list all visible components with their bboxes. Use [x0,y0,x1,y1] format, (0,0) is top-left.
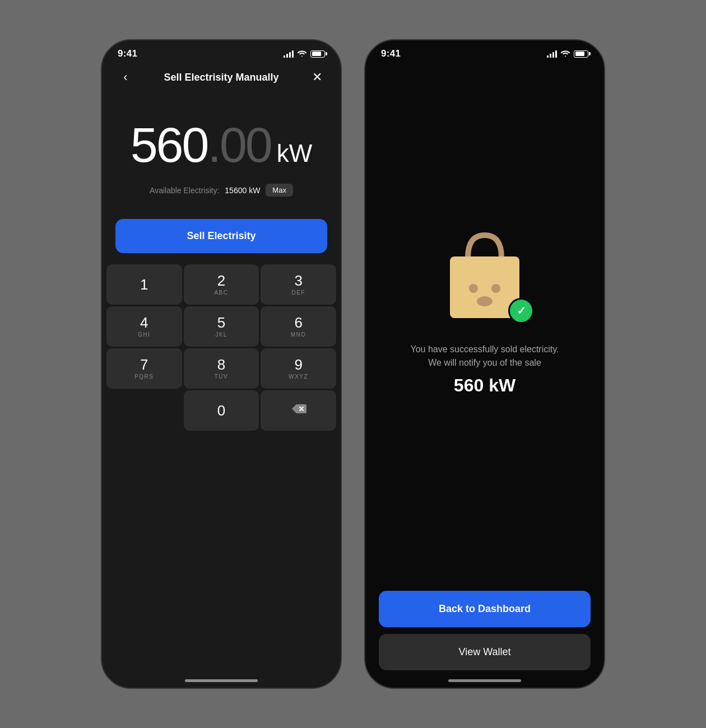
status-icons-2 [547,49,588,58]
key-2-number: 2 [217,273,225,288]
status-bar-2: 9:41 [365,40,604,63]
key-2[interactable]: 2 ABC [184,264,259,305]
key-5-letters: JKL [215,332,227,338]
status-time-1: 9:41 [118,48,137,59]
amount-unit: kW [277,139,313,167]
key-7-letters: PQRS [134,374,154,380]
back-to-dashboard-button[interactable]: Back to Dashboard [379,591,591,627]
battery-icon [310,50,325,58]
key-9-letters: WXYZ [289,374,308,380]
key-9[interactable]: 9 WXYZ [261,348,336,389]
key-3[interactable]: 3 DEF [261,264,336,305]
key-3-letters: DEF [291,290,305,296]
key-1-number: 1 [140,277,148,292]
backspace-icon [291,403,306,418]
keypad: 1 2 ABC 3 DEF 4 GHI 5 JKL 6 MNO 7 PQRS 8… [102,264,341,431]
amount-display: 560 .00 kW [131,116,313,174]
key-0[interactable]: 0 [184,390,259,431]
success-check-badge: ✓ [508,298,534,324]
action-buttons: Back to Dashboard View Wallet [365,591,604,670]
key-6-number: 6 [294,315,302,330]
signal-icon-2 [547,50,557,58]
phone-sell-electricity: 9:41 ‹ Sell Electrisity Manually [101,39,342,689]
key-4-number: 4 [140,315,148,330]
key-7-number: 7 [140,357,148,372]
sell-electricity-button[interactable]: Sell Electrisity [115,219,327,253]
nav-bar: ‹ Sell Electrisity Manually ✕ [102,63,341,94]
available-label: Available Electrisity: [150,186,219,195]
phone-success: 9:41 [364,39,605,689]
wifi-icon [298,49,306,58]
battery-icon-2 [574,50,588,58]
svg-point-1 [469,284,478,293]
key-4[interactable]: 4 GHI [106,306,182,347]
key-6-letters: MNO [291,332,306,338]
wifi-icon-2 [561,49,570,58]
key-8-number: 8 [217,357,225,372]
key-5-number: 5 [217,315,225,330]
key-7[interactable]: 7 PQRS [106,348,182,389]
amount-main: 560 [131,116,208,174]
home-bar-1 [185,679,258,682]
svg-point-2 [491,284,500,293]
close-button[interactable]: ✕ [307,67,327,87]
available-value: 15600 kW [225,186,260,195]
key-0-number: 0 [217,403,225,418]
key-empty [106,390,182,431]
home-indicator-1 [102,670,341,688]
success-content: ✓ You have successfully sold electricity… [365,63,604,591]
success-line2: We will notify you of the sale [428,358,541,367]
status-bar-1: 9:41 [102,40,341,63]
success-message: You have successfully sold electricity. … [410,343,559,370]
available-row: Available Electrisity: 15600 kW Max [150,184,293,197]
nav-title: Sell Electrisity Manually [164,72,278,83]
home-indicator-2 [365,670,604,688]
signal-icon [284,50,294,58]
bag-illustration: ✓ [434,224,535,325]
key-4-letters: GHI [138,332,150,338]
view-wallet-button[interactable]: View Wallet [379,634,591,670]
svg-point-3 [477,296,493,306]
key-8[interactable]: 8 TUV [184,348,259,389]
status-time-2: 9:41 [381,48,401,59]
backspace-button[interactable] [261,390,336,431]
amount-section: 560 .00 kW Available Electrisity: 15600 … [102,94,341,208]
key-9-number: 9 [294,357,302,372]
success-line1: You have successfully sold electricity. [410,344,559,354]
key-8-letters: TUV [215,374,229,380]
key-5[interactable]: 5 JKL [184,306,259,347]
max-button[interactable]: Max [266,184,293,197]
sold-amount: 560 kW [454,375,515,396]
key-6[interactable]: 6 MNO [261,306,336,347]
check-mark-icon: ✓ [517,305,526,316]
home-bar-2 [448,679,521,682]
back-button[interactable]: ‹ [115,67,136,87]
key-2-letters: ABC [214,290,228,296]
amount-decimal: .00 [207,116,271,174]
key-3-number: 3 [294,273,302,288]
key-1[interactable]: 1 [106,264,182,305]
status-icons-1 [284,49,325,58]
